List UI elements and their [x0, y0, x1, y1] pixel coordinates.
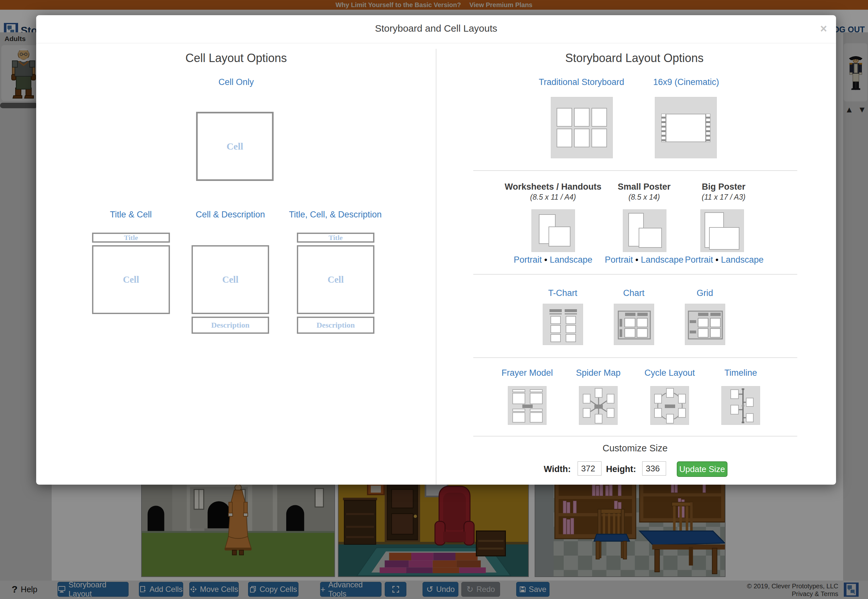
timeline-link[interactable]: Timeline	[692, 368, 789, 378]
separator	[473, 436, 797, 436]
grid-thumbnail[interactable]	[685, 304, 725, 345]
spider-map-graphic	[579, 387, 618, 425]
film-strip-graphic	[661, 114, 710, 142]
height-label: Height:	[597, 461, 636, 477]
cinematic-16x9-thumbnail[interactable]	[655, 97, 717, 158]
grid-graphic	[685, 304, 725, 345]
title-cell-preview-title[interactable]: Title	[92, 233, 170, 242]
big-poster-size: (11 x 17 / A3)	[659, 193, 788, 202]
big-poster-label: Big Poster	[659, 182, 788, 192]
close-icon[interactable]: ×	[820, 23, 827, 35]
separator	[473, 170, 797, 171]
title-cell-description-preview-description[interactable]: Description	[297, 317, 375, 334]
chart-graphic	[614, 304, 654, 345]
worksheets-portrait-link[interactable]: Portrait	[514, 255, 542, 265]
pane-divider	[436, 49, 436, 485]
storyboard-options-heading: Storyboard Layout Options	[473, 51, 796, 65]
frayer-model-graphic	[508, 387, 547, 425]
layout-options-modal: Storyboard and Cell Layouts × Cell Layou…	[36, 15, 836, 485]
timeline-graphic	[722, 387, 760, 425]
title-cell-preview-cell[interactable]: Cell	[92, 245, 170, 314]
height-input[interactable]	[642, 461, 666, 476]
title-cell-description-preview-cell[interactable]: Cell	[297, 245, 375, 314]
cycle-layout-thumbnail[interactable]	[650, 386, 689, 425]
cinematic-16x9-link[interactable]: 16x9 (Cinematic)	[621, 77, 751, 87]
big-poster-portrait-link[interactable]: Portrait	[685, 255, 713, 265]
small-poster-portrait-link[interactable]: Portrait	[605, 255, 633, 265]
cycle-layout-graphic	[651, 387, 689, 425]
separator	[473, 274, 797, 275]
frayer-model-thumbnail[interactable]	[508, 386, 546, 425]
cell-only-link[interactable]: Cell Only	[75, 77, 398, 87]
big-poster-landscape-link[interactable]: Landscape	[721, 255, 764, 265]
separator	[473, 357, 797, 358]
worksheets-thumbnail[interactable]	[531, 209, 575, 252]
big-poster-thumbnail[interactable]	[700, 209, 744, 252]
small-poster-thumbnail[interactable]	[623, 209, 666, 252]
t-chart-thumbnail[interactable]	[543, 304, 583, 345]
modal-header: Storyboard and Cell Layouts ×	[36, 15, 836, 43]
traditional-grid-graphic	[557, 108, 607, 147]
cell-description-preview-description[interactable]: Description	[191, 317, 269, 334]
update-size-button[interactable]: Update Size	[677, 461, 728, 477]
application-window: Why Limit Yourself to the Basic Version?…	[0, 0, 868, 599]
chart-thumbnail[interactable]	[614, 304, 654, 345]
cell-options-heading: Cell Layout Options	[75, 51, 398, 65]
big-poster-orientation-links: Portrait • Landscape	[660, 255, 789, 265]
cell-description-preview-cell[interactable]: Cell	[191, 245, 269, 314]
t-chart-graphic	[543, 304, 584, 345]
title-cell-description-preview-title[interactable]: Title	[297, 233, 375, 242]
width-label: Width:	[514, 461, 571, 477]
customize-size-heading: Customize Size	[474, 443, 797, 454]
grid-link[interactable]: Grid	[640, 288, 769, 298]
title-cell-description-link[interactable]: Title, Cell, & Description	[271, 210, 400, 220]
timeline-thumbnail[interactable]	[721, 386, 760, 425]
traditional-storyboard-thumbnail[interactable]	[551, 97, 613, 158]
modal-title: Storyboard and Cell Layouts	[36, 23, 836, 34]
cell-only-preview[interactable]: Cell	[196, 112, 274, 181]
spider-map-thumbnail[interactable]	[579, 386, 618, 425]
